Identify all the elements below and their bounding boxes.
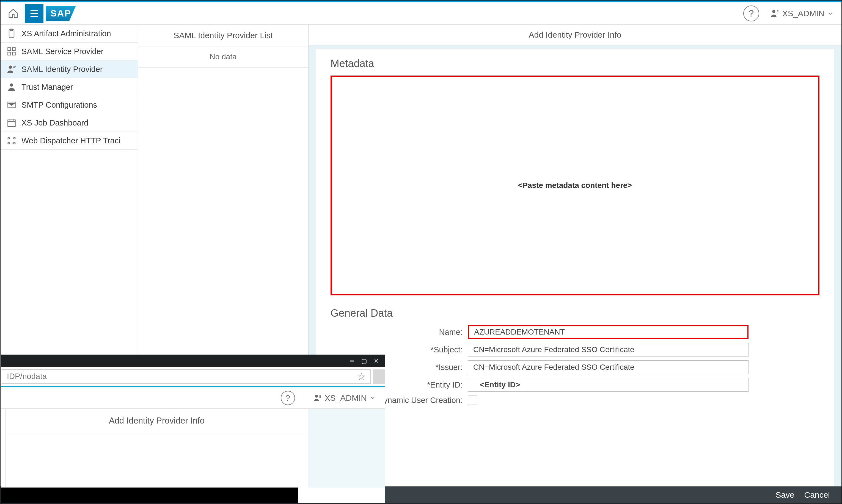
inset-help-button[interactable]: ? — [281, 391, 295, 405]
inset-main-title: Add Identity Provider Info — [5, 409, 308, 433]
inset-left-strip — [1, 409, 5, 487]
subject-input[interactable]: CN=Microsoft Azure Federated SSO Certifi… — [468, 343, 749, 357]
menu-button[interactable] — [25, 4, 44, 23]
calendar-icon — [6, 118, 17, 128]
inset-header: ? XS_ADMIN — [1, 387, 385, 409]
svg-rect-27 — [319, 397, 321, 398]
sidebar-item-label: Trust Manager — [21, 83, 73, 92]
subject-label: *Subject: — [330, 345, 463, 354]
user-icon — [770, 9, 779, 18]
user-menu[interactable]: XS_ADMIN — [766, 9, 838, 18]
svg-rect-6 — [777, 13, 778, 13]
maximize-button[interactable]: ▢ — [359, 357, 369, 365]
sidebar-item-label: SMTP Configurations — [21, 101, 97, 110]
sidebar-item-label: SAML Identity Provider — [21, 65, 103, 74]
general-data-section-title: General Data — [330, 307, 820, 319]
metadata-placeholder: <Paste metadata content here> — [518, 181, 632, 190]
entity-id-input[interactable]: <Entity ID> — [468, 378, 749, 392]
sidebar-item-smtp[interactable]: SMTP Configurations — [1, 96, 138, 114]
sidebar-item-label: Web Dispatcher HTTP Traci — [21, 136, 120, 145]
svg-point-21 — [14, 137, 15, 139]
maximize-icon: ▢ — [361, 358, 367, 365]
chevron-down-icon — [370, 395, 376, 401]
home-icon — [8, 8, 19, 19]
svg-point-3 — [772, 10, 775, 13]
name-input[interactable]: AZUREADDEMOTENANT — [468, 325, 749, 339]
svg-point-13 — [9, 66, 12, 69]
svg-rect-26 — [319, 396, 321, 397]
dynamic-user-checkbox[interactable] — [468, 396, 477, 405]
home-button[interactable] — [4, 4, 22, 23]
inset-user-menu[interactable]: XS_ADMIN — [309, 393, 380, 403]
sidebar-item-web-dispatcher[interactable]: Web Dispatcher HTTP Traci — [1, 132, 138, 150]
svg-rect-11 — [8, 52, 11, 55]
sidebar-item-saml-idp[interactable]: SAML Identity Provider — [1, 60, 138, 78]
save-button[interactable]: Save — [775, 490, 794, 500]
general-data-form: Name: AZUREADDEMOTENANT *Subject: CN=Mic… — [330, 325, 820, 417]
minimize-icon: ━ — [350, 358, 354, 365]
inset-right-strip — [308, 409, 385, 487]
sidebar-item-xs-job[interactable]: XS Job Dashboard — [1, 114, 138, 132]
close-button[interactable]: ✕ — [371, 357, 381, 365]
main-title: Add Identity Provider Info — [309, 25, 841, 45]
svg-rect-5 — [777, 11, 778, 12]
inset-bottom-bar — [1, 487, 298, 503]
svg-rect-25 — [319, 395, 321, 396]
sidebar-item-xs-artifact[interactable]: XS Artifact Administration — [1, 25, 138, 42]
sap-logo: SAP — [46, 6, 76, 21]
inset-user-label: XS_ADMIN — [325, 393, 367, 403]
header-bar: SAP ? XS_ADMIN — [1, 2, 841, 25]
metadata-section-title: Metadata — [330, 58, 820, 70]
bookmark-star-icon[interactable]: ☆ — [357, 371, 365, 382]
mail-icon — [6, 100, 17, 110]
metadata-textarea[interactable]: <Paste metadata content here> — [330, 75, 820, 295]
svg-rect-12 — [12, 52, 15, 55]
idp-list-empty: No data — [138, 47, 308, 68]
svg-rect-4 — [777, 10, 778, 11]
svg-rect-10 — [12, 48, 15, 51]
inset-window: ━ ▢ ✕ IDP/nodata ☆ ? XS_ADMIN Add Identi… — [1, 355, 385, 503]
sidebar-item-saml-sp[interactable]: SAML Service Provider — [1, 42, 138, 60]
inset-titlebar: ━ ▢ ✕ — [1, 355, 385, 367]
svg-point-24 — [315, 395, 318, 398]
user-check-icon — [6, 64, 17, 74]
url-input[interactable]: IDP/nodata ☆ — [2, 370, 371, 384]
trace-icon — [6, 136, 17, 146]
svg-rect-16 — [8, 120, 15, 127]
cancel-button[interactable]: Cancel — [804, 490, 830, 500]
sidebar-item-trust-manager[interactable]: Trust Manager — [1, 78, 138, 96]
svg-point-23 — [14, 142, 15, 144]
help-button[interactable]: ? — [743, 5, 759, 21]
browser-menu-button[interactable] — [373, 370, 385, 384]
sidebar-item-label: SAML Service Provider — [21, 47, 104, 56]
user-solid-icon — [6, 82, 17, 92]
grid-icon — [6, 47, 17, 56]
chevron-down-icon — [827, 10, 834, 17]
minimize-button[interactable]: ━ — [347, 357, 357, 365]
svg-rect-9 — [8, 48, 11, 51]
help-icon: ? — [286, 393, 290, 403]
idp-list-title: SAML Identity Provider List — [138, 25, 308, 47]
name-label: Name: — [330, 328, 463, 337]
help-icon: ? — [749, 8, 754, 19]
issuer-input[interactable]: CN=Microsoft Azure Federated SSO Certifi… — [468, 360, 749, 374]
sidebar-item-label: XS Job Dashboard — [21, 119, 88, 127]
user-icon — [313, 394, 322, 402]
user-label: XS_ADMIN — [782, 9, 824, 18]
close-icon: ✕ — [374, 358, 379, 365]
sidebar-item-label: XS Artifact Administration — [21, 29, 111, 38]
svg-point-14 — [10, 84, 13, 87]
svg-point-22 — [8, 142, 10, 144]
clipboard-icon — [6, 29, 17, 38]
hamburger-icon — [29, 8, 39, 19]
inset-url-bar: IDP/nodata ☆ — [1, 367, 385, 386]
main-column: Add Identity Provider Info Metadata <Pas… — [309, 25, 841, 503]
url-text: IDP/nodata — [7, 372, 47, 381]
svg-point-20 — [8, 137, 10, 139]
